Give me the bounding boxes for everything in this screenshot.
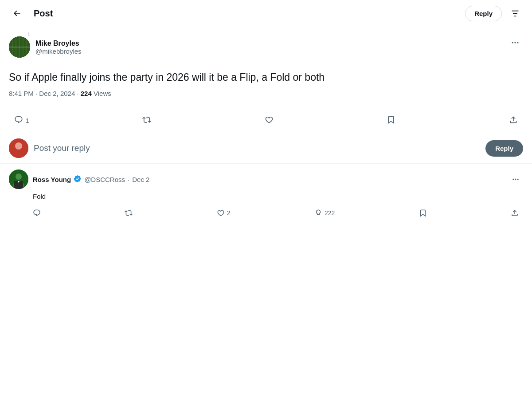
post-timestamp: 8:41 PM · Dec 2, 2024	[9, 90, 75, 97]
like-action-button[interactable]	[259, 112, 279, 129]
svg-point-19	[512, 179, 514, 180]
reply-author-avatar	[9, 170, 28, 189]
reply-retweet-icon	[125, 209, 133, 217]
football-avatar-svg	[9, 36, 30, 58]
bookmark-icon	[387, 115, 395, 126]
more-icon	[511, 38, 520, 47]
action-bar: 1	[0, 108, 532, 133]
page-header: Post Reply	[0, 0, 532, 27]
reply-more-button[interactable]	[508, 174, 523, 185]
post-header: Mike Broyles @mikebbroyles	[9, 36, 523, 58]
reply-views-icon	[314, 209, 322, 217]
post-container: Mike Broyles @mikebbroyles So if Apple f…	[0, 27, 532, 108]
author-avatar	[9, 36, 30, 58]
reply-share-button[interactable]	[506, 206, 523, 220]
reply-reply-icon	[33, 209, 41, 217]
post-author: Mike Broyles @mikebbroyles	[9, 36, 82, 58]
post-meta: 8:41 PM · Dec 2, 2024 · 224 Views	[9, 90, 523, 97]
svg-point-21	[517, 179, 519, 180]
post-views-count: 224	[81, 90, 92, 97]
reply-submit-button[interactable]: Reply	[485, 140, 523, 157]
reply-tweet-header: Ross Young @DSCCRoss · Dec 2	[9, 170, 523, 189]
reply-author-info: Ross Young @DSCCRoss · Dec 2	[33, 175, 149, 184]
filter-icon	[511, 9, 520, 18]
svg-point-20	[515, 179, 516, 180]
reply-views-button[interactable]: 222	[310, 206, 339, 220]
current-user-avatar	[9, 138, 28, 158]
post-content-area: So if Apple finally joins the party in 2…	[9, 59, 523, 108]
header-right: Reply	[465, 5, 523, 21]
svg-rect-13	[12, 151, 25, 158]
author-name: Mike Broyles	[35, 39, 82, 47]
verified-badge	[74, 175, 82, 184]
header-left: Post	[9, 5, 53, 21]
reply-bookmark-button[interactable]	[415, 206, 431, 220]
retweet-icon	[142, 115, 151, 126]
back-button[interactable]	[9, 5, 25, 21]
reply-date: Dec 2	[132, 176, 149, 183]
reply-bookmark-icon	[419, 209, 427, 217]
svg-point-15	[16, 174, 22, 180]
svg-point-9	[517, 42, 518, 43]
reply-views-count: 222	[325, 209, 335, 217]
svg-point-7	[512, 42, 513, 43]
reply-more-icon	[512, 175, 520, 183]
reply-input-placeholder[interactable]: Post your reply	[34, 143, 480, 153]
post-more-button[interactable]	[507, 36, 523, 49]
reply-author: Ross Young @DSCCRoss · Dec 2	[9, 170, 149, 189]
reply-retweet-button[interactable]	[120, 206, 137, 220]
filter-button[interactable]	[507, 5, 523, 21]
reply-like-icon	[217, 209, 225, 217]
reply-input-area: Post your reply Reply	[0, 133, 532, 164]
post-views-label: Views	[94, 90, 111, 97]
reply-reply-button[interactable]	[28, 206, 45, 220]
retweet-action-button[interactable]	[137, 112, 156, 129]
reply-icon	[14, 115, 23, 126]
svg-point-11	[15, 142, 22, 150]
like-icon	[265, 115, 274, 126]
reply-like-count: 2	[227, 209, 231, 217]
author-handle: @mikebbroyles	[35, 47, 82, 55]
reply-action-button[interactable]: 1	[9, 112, 35, 129]
share-icon	[509, 115, 518, 126]
header-reply-button[interactable]: Reply	[465, 6, 502, 21]
reply-author-avatar-image	[9, 170, 28, 189]
share-action-button[interactable]	[504, 112, 523, 129]
author-info: Mike Broyles @mikebbroyles	[35, 39, 82, 55]
reply-like-button[interactable]: 2	[212, 206, 235, 220]
back-icon	[12, 9, 21, 18]
svg-point-8	[514, 42, 516, 43]
author-avatar-image	[9, 36, 30, 58]
reply-author-handle: @DSCCRoss	[84, 176, 125, 183]
bookmark-action-button[interactable]	[381, 112, 401, 129]
post-text: So if Apple finally joins the party in 2…	[9, 70, 523, 84]
page-title: Post	[34, 8, 53, 19]
current-user-avatar-image	[9, 138, 28, 158]
reply-tweet-0: Ross Young @DSCCRoss · Dec 2 Fold	[0, 164, 532, 227]
reply-text-0: Fold	[33, 192, 523, 202]
reply-dot-separator: ·	[128, 176, 129, 183]
reply-count: 1	[26, 117, 29, 124]
reply-share-icon	[511, 209, 519, 217]
thread-line-top	[28, 32, 29, 36]
reply-author-name: Ross Young	[33, 176, 71, 183]
reply-actions-0: 2 222	[9, 205, 523, 221]
